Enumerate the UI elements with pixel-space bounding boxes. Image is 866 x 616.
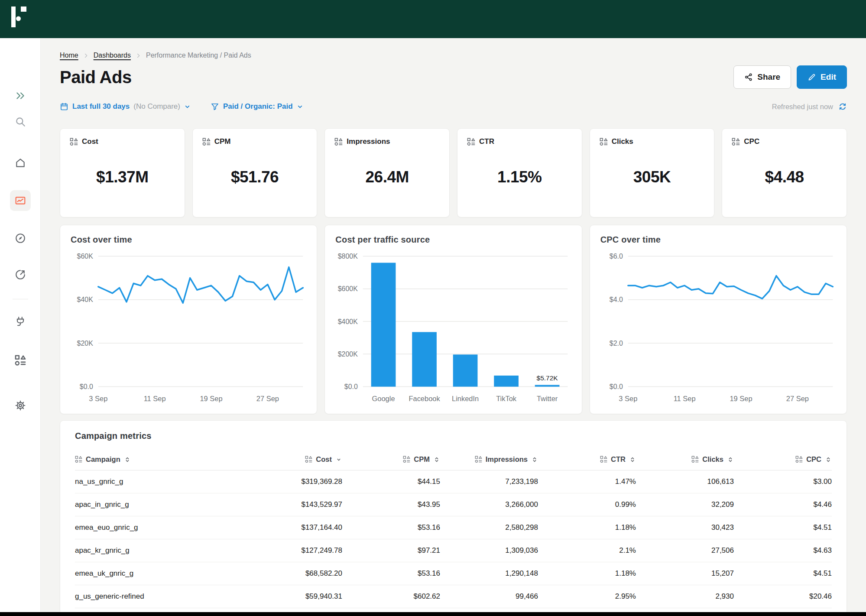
sidebar-item-settings[interactable] (10, 395, 31, 416)
cell-cpm: $97.21 (342, 546, 440, 555)
metrics-icon (305, 456, 312, 463)
date-range-value: Last full 30 days (72, 102, 130, 111)
svg-text:19 Sep: 19 Sep (200, 395, 222, 402)
kpi-card-cpc[interactable]: CPC $4.48 (722, 128, 847, 217)
svg-text:$60K: $60K (77, 253, 94, 260)
compare-value: (No Compare) (133, 102, 180, 111)
sidebar-item-dashboards[interactable] (10, 190, 31, 211)
kpi-card-impressions[interactable]: Impressions 26.4M (324, 128, 450, 217)
sort-both-icon (124, 456, 131, 463)
cell-clicks: 2,930 (636, 592, 734, 601)
kpi-value: $4.48 (765, 168, 804, 186)
cell-cost: $143,529.97 (244, 500, 342, 509)
table-row[interactable]: apac_kr_gnric_g$127,249.78$97.211,309,03… (75, 539, 832, 562)
svg-text:Facebook: Facebook (409, 395, 441, 402)
cell-clicks: 106,613 (636, 477, 734, 486)
table-row[interactable]: emea_uk_gnric_g$68,582.20$53.161,290,148… (75, 562, 832, 585)
cell-campaign: apac_in_gnric_g (75, 500, 244, 509)
compass-icon (15, 233, 26, 244)
column-header-impressions[interactable]: Impressions (440, 455, 538, 464)
refresh-icon (838, 102, 847, 111)
kpi-card-ctr[interactable]: CTR 1.15% (457, 128, 582, 217)
cell-impressions: 1,290,148 (440, 569, 538, 578)
cost-per-traffic-source-chart[interactable]: $0.0$200K$400K$600K$800KGoogleFacebookLi… (335, 249, 571, 407)
chevron-down-icon (184, 104, 191, 110)
cell-cpc: $4.63 (734, 546, 832, 555)
table-title: Campaign metrics (75, 431, 832, 441)
svg-text:TikTok: TikTok (496, 395, 517, 402)
breadcrumb-current: Performance Marketing / Paid Ads (146, 52, 251, 59)
svg-text:27 Sep: 27 Sep (786, 395, 808, 402)
funnel-icon (211, 102, 219, 111)
rill-logo-icon[interactable] (11, 6, 27, 28)
cell-impressions: 2,580,298 (440, 523, 538, 532)
kpi-card-cost[interactable]: Cost $1.37M (60, 128, 185, 217)
refresh-button[interactable] (838, 102, 847, 111)
metrics-icon (600, 456, 607, 463)
cost-over-time-chart[interactable]: $0.0$20K$40K$60K3 Sep11 Sep19 Sep27 Sep (71, 249, 306, 407)
cell-cost: $59,940.31 (244, 592, 342, 601)
cell-campaign: apac_kr_gnric_g (75, 546, 244, 555)
column-header-clicks[interactable]: Clicks (636, 455, 734, 464)
column-header-campaign[interactable]: Campaign (75, 455, 244, 464)
kpi-label: Cost (82, 137, 98, 146)
table-row[interactable]: apac_in_gnric_g$143,529.97$43.953,266,00… (75, 493, 832, 516)
share-button[interactable]: Share (733, 65, 791, 89)
cell-clicks: 32,209 (636, 500, 734, 509)
gear-icon (15, 400, 26, 411)
metrics-icon (75, 456, 82, 463)
share-button-label: Share (757, 72, 780, 82)
sidebar-item-metrics-views[interactable] (10, 350, 31, 371)
cell-cpm: $53.16 (342, 569, 440, 578)
table-row[interactable]: g_us_generic-refined$59,940.31$602.6299,… (75, 585, 832, 608)
svg-text:$800K: $800K (338, 253, 358, 260)
share-icon (744, 73, 753, 81)
svg-text:Twitter: Twitter (537, 395, 558, 402)
chevron-right-icon (83, 52, 89, 59)
date-range-filter[interactable]: Last full 30 days (No Compare) (60, 102, 191, 111)
breadcrumb-dashboards-link[interactable]: Dashboards (94, 52, 131, 59)
svg-text:LinkedIn: LinkedIn (452, 395, 479, 402)
breadcrumb-home-link[interactable]: Home (60, 52, 78, 59)
column-header-cpc[interactable]: CPC (734, 455, 832, 464)
sidebar-item-home[interactable] (10, 152, 31, 173)
table-row[interactable]: na_us_gnric_g$319,369.28$44.157,233,1981… (75, 470, 832, 493)
column-label: Campaign (86, 455, 120, 464)
metrics-icon (202, 138, 211, 146)
chart-card-cost-over-time: Cost over time $0.0$20K$40K$60K3 Sep11 S… (60, 225, 317, 414)
sidebar-item-search[interactable] (10, 111, 31, 132)
dimension-filter[interactable]: Paid / Organic: Paid (211, 102, 303, 111)
column-label: Clicks (702, 455, 723, 464)
column-header-ctr[interactable]: CTR (538, 455, 636, 464)
top-app-bar (0, 0, 866, 38)
sidebar-item-explore[interactable] (10, 228, 31, 249)
kpi-card-cpm[interactable]: CPM $51.76 (192, 128, 318, 217)
cell-impressions: 1,309,036 (440, 546, 538, 555)
column-header-cpm[interactable]: CPM (342, 455, 440, 464)
cell-cpc: $4.51 (734, 569, 832, 578)
cell-ctr: 1.18% (538, 523, 636, 532)
table-header-row: CampaignCostCPMImpressionsCTRClicksCPC (75, 449, 832, 470)
sidebar-item-external-link[interactable] (10, 264, 31, 285)
svg-text:19 Sep: 19 Sep (730, 395, 752, 402)
chevron-right-icon (135, 52, 142, 59)
cpc-over-time-chart[interactable]: $0.0$2.0$4.0$6.03 Sep11 Sep19 Sep27 Sep (600, 249, 836, 407)
metrics-icon (795, 456, 803, 463)
column-header-cost[interactable]: Cost (244, 455, 342, 464)
plug-icon (15, 316, 26, 327)
sort-both-icon (825, 456, 832, 463)
search-icon (15, 116, 26, 127)
svg-text:$0.0: $0.0 (80, 383, 93, 390)
table-row[interactable]: emea_euo_gnric_g$137,164.40$53.162,580,2… (75, 516, 832, 539)
sidebar-item-collapse-sidebar[interactable] (10, 85, 31, 106)
kpi-label: CPM (214, 137, 231, 146)
svg-text:3 Sep: 3 Sep (89, 395, 107, 402)
sidebar-item-connectors[interactable] (10, 311, 31, 332)
cell-cpc: $4.51 (734, 523, 832, 532)
svg-text:11 Sep: 11 Sep (144, 395, 166, 402)
kpi-value: $51.76 (231, 168, 279, 186)
kpi-card-clicks[interactable]: Clicks 305K (590, 128, 715, 217)
column-label: CPM (414, 455, 430, 464)
edit-button[interactable]: Edit (797, 65, 847, 89)
cell-cost: $137,164.40 (244, 523, 342, 532)
